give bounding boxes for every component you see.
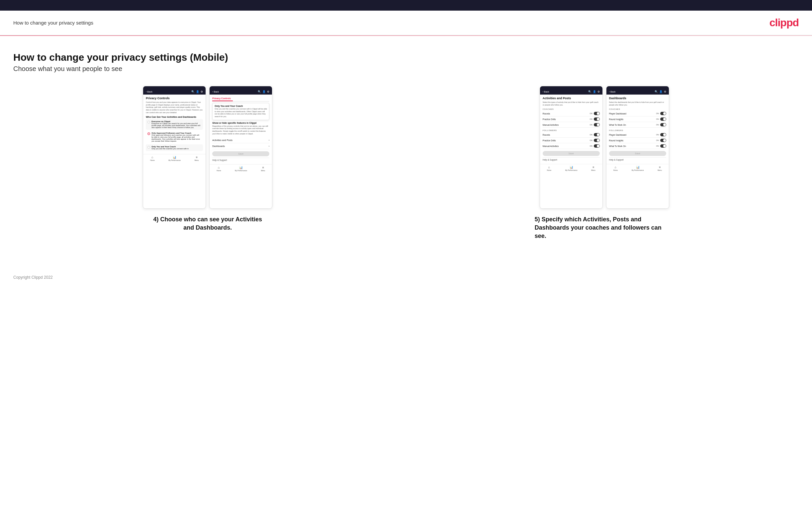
save-btn-3[interactable]: Save xyxy=(543,151,600,156)
radio-everyone[interactable]: Everyone on Clippd Everyone on Clippd ca… xyxy=(146,119,203,130)
toggle-followers-what-to-work: What To Work On ON xyxy=(609,143,666,149)
toggle-coaches-manual[interactable] xyxy=(594,123,600,126)
search-icon-3[interactable]: 🔍 xyxy=(588,90,592,93)
profile-icon[interactable]: 👤 xyxy=(196,90,199,93)
show-hide-body: Regardless of the privacy controls that … xyxy=(212,125,269,135)
mock-body-1: Control how you and your data appears to… xyxy=(146,101,203,114)
mock-topbar-1 xyxy=(143,86,206,89)
followers-rounds-label: Rounds xyxy=(543,134,550,136)
header-title: How to change your privacy settings xyxy=(13,20,93,25)
save-btn-2[interactable]: Save xyxy=(212,151,269,156)
home-icon-3: ⌂ xyxy=(548,166,550,169)
toggle-right-cpd: ON xyxy=(656,112,666,115)
toggle-followers-what-to-work-switch[interactable] xyxy=(660,144,666,148)
nav-menu-2[interactable]: ≡ Menu xyxy=(261,166,265,172)
screenshots-row: ‹ Back 🔍 👤 ⚙ Privacy Controls Control ho… xyxy=(13,86,799,240)
mock-nav-icons-3: 🔍 👤 ⚙ xyxy=(588,90,600,93)
toggle-followers-player-dash-switch[interactable] xyxy=(660,133,666,136)
page-subheading: Choose what you want people to see xyxy=(13,65,799,73)
coaches-player-dash-label: Player Dashboard xyxy=(609,112,626,115)
mock-topbar-3 xyxy=(540,86,602,89)
coaches-rounds-label: Rounds xyxy=(543,112,550,115)
save-btn-4[interactable]: Save xyxy=(609,151,666,156)
followers-manual-label: Manual Activities xyxy=(543,145,559,147)
mock-nav-4: ‹ Back 🔍 👤 ⚙ xyxy=(606,89,669,95)
mock-back-2[interactable]: ‹ Back xyxy=(212,91,219,93)
nav-perf-4[interactable]: 📊 My Performance xyxy=(632,166,644,171)
nav-perf-label-3: My Performance xyxy=(565,169,577,171)
toggle-coaches-what-to-work-switch[interactable] xyxy=(660,123,666,126)
nav-home-3[interactable]: ⌂ Home xyxy=(547,166,551,171)
settings-icon-3[interactable]: ⚙ xyxy=(598,90,600,93)
nav-menu-label-1: Menu xyxy=(195,159,199,161)
nav-home-1[interactable]: ⌂ Home xyxy=(150,156,154,161)
followers-what-to-work-label: What To Work On xyxy=(609,145,626,147)
toggle-right-fri: ON xyxy=(656,139,666,142)
profile-icon-2[interactable]: 👤 xyxy=(262,90,266,93)
toggle-followers-round-insights-switch[interactable] xyxy=(660,139,666,142)
settings-icon[interactable]: ⚙ xyxy=(201,90,203,93)
mock-bottom-nav-1: ⌂ Home 📊 My Performance ≡ Menu xyxy=(143,154,206,162)
followers-round-insights-label: Round Insights xyxy=(609,139,623,142)
tab-privacy-controls[interactable]: Privacy Controls xyxy=(212,97,233,101)
mock-callout-2: Only You and Your Coach Only you and the… xyxy=(212,103,269,120)
home-icon-1: ⌂ xyxy=(151,156,153,159)
mockup-3: ‹ Back 🔍 👤 ⚙ Activities and Posts Select… xyxy=(540,86,603,209)
coaches-manual-label: Manual Activities xyxy=(543,124,559,126)
nav-perf-label-2: My Performance xyxy=(235,170,247,172)
caption-4: 4) Choose who can see your Activities an… xyxy=(151,215,264,232)
followers-header-3: FOLLOWERS xyxy=(543,129,600,131)
menu-icon-3: ≡ xyxy=(593,166,594,169)
nav-home-2[interactable]: ⌂ Home xyxy=(216,166,221,172)
help-support-2: Help & Support xyxy=(212,158,269,162)
toggle-followers-drills[interactable] xyxy=(594,139,600,142)
perf-icon-3: 📊 xyxy=(569,166,573,169)
radio-approved[interactable]: Only Approved Followers and Your Coach O… xyxy=(146,131,203,143)
profile-icon-4[interactable]: 👤 xyxy=(659,90,663,93)
dashboards-row[interactable]: Dashboards › xyxy=(212,143,269,149)
callout-body-2: Only you and the coaches you connect wit… xyxy=(214,108,267,118)
group-2: ‹ Back 🔍 👤 ⚙ Activities and Posts Select… xyxy=(410,86,799,240)
nav-perf-1[interactable]: 📊 My Performance xyxy=(168,156,181,161)
mock-nav-icons-1: 🔍 👤 ⚙ xyxy=(191,90,203,93)
nav-perf-3[interactable]: 📊 My Performance xyxy=(565,166,577,171)
toggle-followers-rounds[interactable] xyxy=(594,133,600,136)
settings-icon-2[interactable]: ⚙ xyxy=(267,90,269,93)
toggle-coaches-player-dash-switch[interactable] xyxy=(660,112,666,115)
nav-home-4[interactable]: ⌂ Home xyxy=(613,166,618,171)
search-icon-4[interactable]: 🔍 xyxy=(655,90,658,93)
radio-only-you[interactable]: Only You and Your Coach Only you and the… xyxy=(146,144,203,151)
toggle-coaches-round-insights-switch[interactable] xyxy=(660,117,666,121)
toggle-right-cww: ON xyxy=(656,123,666,126)
toggle-coaches-rounds[interactable] xyxy=(594,112,600,115)
nav-menu-4[interactable]: ≡ Menu xyxy=(658,166,662,171)
nav-menu-3[interactable]: ≡ Menu xyxy=(591,166,596,171)
nav-menu-label-3: Menu xyxy=(591,169,596,171)
mock-bottom-nav-4: ⌂ Home 📊 My Performance ≡ Menu xyxy=(606,164,669,172)
search-icon-2[interactable]: 🔍 xyxy=(258,90,261,93)
coaches-drills-label: Practice Drills xyxy=(543,118,556,120)
profile-icon-3[interactable]: 👤 xyxy=(593,90,596,93)
mockup-1: ‹ Back 🔍 👤 ⚙ Privacy Controls Control ho… xyxy=(143,86,206,209)
mock-back-1[interactable]: ‹ Back xyxy=(146,91,152,93)
mock-nav-1: ‹ Back 🔍 👤 ⚙ xyxy=(143,89,206,95)
mock-back-4[interactable]: ‹ Back xyxy=(609,91,616,93)
nav-menu-label-4: Menu xyxy=(658,169,662,171)
mock-back-3[interactable]: ‹ Back xyxy=(543,91,549,93)
menu-icon-2: ≡ xyxy=(262,166,264,169)
top-bar xyxy=(0,0,812,11)
toggle-right-fpd: ON xyxy=(656,133,666,136)
mock-content-2: Privacy Controls Only You and Your Coach… xyxy=(210,95,272,164)
dual-screens-2: ‹ Back 🔍 👤 ⚙ Activities and Posts Select… xyxy=(540,86,669,209)
activities-posts-row[interactable]: Activities and Posts › xyxy=(212,137,269,143)
mock-nav-3: ‹ Back 🔍 👤 ⚙ xyxy=(540,89,602,95)
mock-body-4: Select the dashboards that you'd like to… xyxy=(609,101,666,106)
toggle-coaches-drills[interactable] xyxy=(594,117,600,121)
nav-perf-2[interactable]: 📊 My Performance xyxy=(235,166,247,172)
settings-icon-4[interactable]: ⚙ xyxy=(664,90,666,93)
nav-menu-1[interactable]: ≡ Menu xyxy=(195,156,199,161)
footer: Copyright Clippd 2022 xyxy=(0,267,812,288)
mock-content-3: Activities and Posts Select the types of… xyxy=(540,95,602,164)
toggle-followers-manual[interactable] xyxy=(594,144,600,148)
search-icon[interactable]: 🔍 xyxy=(191,90,195,93)
